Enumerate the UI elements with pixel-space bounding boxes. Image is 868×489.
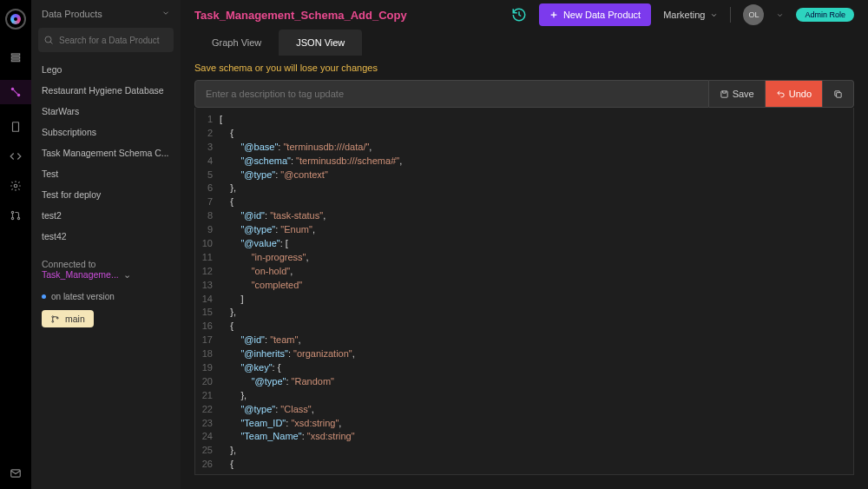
svg-point-8	[11, 217, 13, 219]
svg-point-13	[52, 320, 54, 322]
view-tabs: Graph View JSON View	[181, 30, 868, 56]
layers-icon[interactable]	[9, 50, 23, 64]
svg-point-6	[14, 184, 17, 188]
sidebar-item[interactable]: StarWars	[38, 101, 174, 122]
new-data-product-button[interactable]: New Data Product	[539, 3, 651, 26]
main-content: Task_Management_Schema_Add_Copy New Data…	[181, 0, 868, 489]
editor-container: Save Undo 123456789101112131415161718192…	[181, 80, 868, 489]
svg-point-12	[52, 315, 54, 317]
svg-point-11	[45, 36, 51, 43]
chevron-down-icon[interactable]	[776, 11, 784, 19]
sidebar-item[interactable]: test42	[38, 226, 174, 247]
search-container	[38, 28, 174, 52]
copy-button[interactable]	[823, 80, 854, 108]
code-source[interactable]: [ { "@base": "terminusdb:///data/", "@sc…	[220, 108, 402, 475]
copy-icon	[833, 89, 843, 99]
data-product-list: LegoRestaurant Hygiene DatabaseStarWarsS…	[38, 59, 174, 247]
svg-rect-5	[13, 122, 19, 132]
sidebar-item[interactable]: test2	[38, 205, 174, 226]
team-selector[interactable]: Marketing	[663, 10, 718, 20]
data-products-sidebar: Data Products LegoRestaurant Hygiene Dat…	[31, 0, 181, 489]
app-logo-icon[interactable]	[5, 9, 26, 30]
settings-icon[interactable]	[9, 179, 23, 193]
line-gutter: 1234567891011121314151617181920212223242…	[195, 108, 220, 475]
code-editor[interactable]: 1234567891011121314151617181920212223242…	[194, 108, 854, 475]
sidebar-item[interactable]: Lego	[38, 59, 174, 80]
schema-icon[interactable]	[0, 80, 31, 104]
sidebar-item[interactable]: Test for deploy	[38, 184, 174, 205]
branch-icon	[50, 314, 60, 324]
status-dot-icon	[42, 294, 46, 299]
svg-point-9	[17, 217, 19, 219]
svg-rect-16	[837, 92, 842, 97]
pull-request-icon[interactable]	[9, 208, 23, 222]
document-icon[interactable]	[9, 120, 23, 134]
sidebar-item[interactable]: Restaurant Hygiene Database	[38, 80, 174, 101]
search-input[interactable]	[59, 36, 174, 45]
unsaved-warning: Save schema or you will lose your change…	[181, 56, 868, 80]
svg-rect-2	[11, 60, 19, 62]
role-badge: Admin Role	[796, 8, 854, 22]
undo-button[interactable]: Undo	[766, 80, 823, 108]
connected-to: Connected to Task_Manageme... ⌄	[38, 259, 174, 280]
chevron-down-icon	[161, 9, 170, 19]
branch-selector[interactable]: main	[42, 310, 94, 327]
data-products-header[interactable]: Data Products	[38, 9, 174, 19]
plus-icon	[549, 10, 558, 19]
sidebar-item[interactable]: Subscriptions	[38, 122, 174, 142]
save-button[interactable]: Save	[709, 80, 766, 108]
svg-rect-15	[720, 90, 727, 96]
page-title: Task_Management_Schema_Add_Copy	[194, 9, 407, 22]
svg-point-7	[11, 211, 13, 213]
svg-rect-1	[11, 56, 19, 58]
feedback-icon[interactable]	[9, 466, 23, 480]
chevron-down-icon	[710, 11, 718, 19]
editor-toolbar: Save Undo	[194, 80, 854, 108]
code-icon[interactable]	[9, 149, 23, 163]
sidebar-item[interactable]: Task Management Schema C...	[38, 142, 174, 163]
commit-description-input[interactable]	[194, 80, 709, 108]
icon-sidebar	[0, 0, 31, 489]
top-bar: Task_Management_Schema_Add_Copy New Data…	[181, 0, 868, 30]
divider	[730, 7, 731, 23]
tab-graph-view[interactable]: Graph View	[194, 30, 279, 56]
svg-rect-0	[11, 54, 19, 56]
save-icon	[720, 89, 729, 99]
data-products-label: Data Products	[42, 9, 102, 19]
time-travel-icon[interactable]	[511, 7, 527, 23]
search-icon	[38, 35, 59, 45]
chevron-down-icon: ⌄	[121, 269, 131, 280]
user-avatar[interactable]: OL	[743, 4, 764, 25]
version-status: on latest version	[38, 292, 174, 301]
sidebar-item[interactable]: Test	[38, 163, 174, 184]
undo-icon	[776, 89, 786, 99]
connected-link[interactable]: Task_Manageme...	[42, 269, 119, 280]
tab-json-view[interactable]: JSON View	[279, 30, 362, 56]
